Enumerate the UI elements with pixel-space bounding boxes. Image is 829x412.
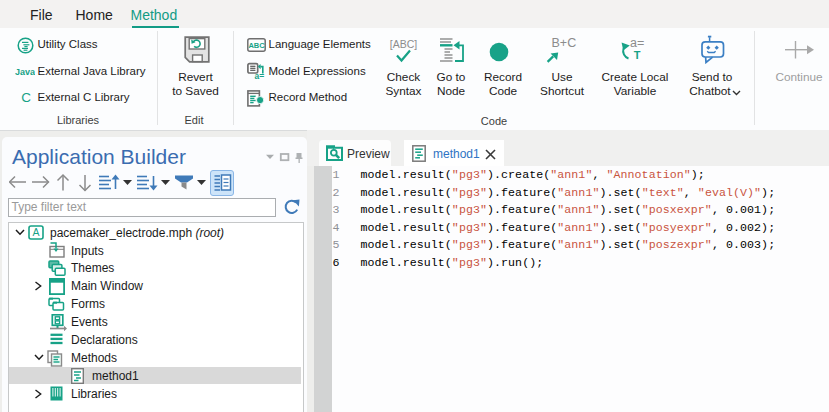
svg-text:Java: Java bbox=[15, 67, 35, 77]
svg-text:a=: a= bbox=[254, 71, 264, 80]
svg-text:C: C bbox=[21, 90, 31, 105]
svg-text:ABC: ABC bbox=[248, 41, 265, 50]
svg-text:A: A bbox=[32, 226, 39, 238]
svg-text:T: T bbox=[634, 49, 641, 61]
